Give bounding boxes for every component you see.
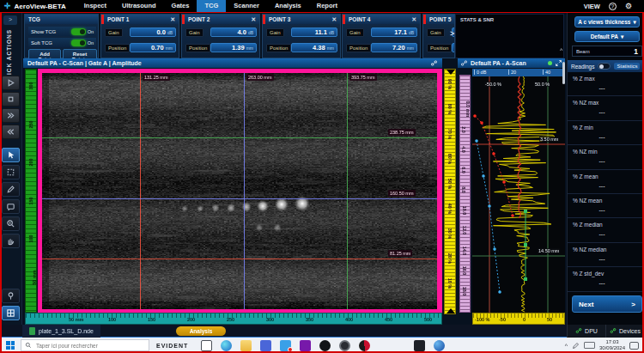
spotify-icon[interactable]: [319, 340, 331, 351]
stop-button[interactable]: [2, 92, 20, 107]
palette-bottom-marker[interactable]: [447, 308, 455, 313]
gain-label: Gain: [105, 28, 123, 37]
position-value-field[interactable]: 7.20mm: [371, 43, 417, 52]
next-button[interactable]: Next >: [572, 295, 642, 313]
taskbar-search[interactable]: [21, 339, 149, 351]
ruler-tick-label: 10 %: [447, 278, 453, 289]
show-tcg-toggle[interactable]: [71, 28, 86, 35]
gain-value-field[interactable]: 0.0dB: [130, 27, 176, 37]
zoom-tool[interactable]: [2, 216, 20, 231]
play-button[interactable]: [2, 76, 20, 90]
soft-tcg-state: On: [88, 40, 94, 46]
reading-value: ---: [568, 280, 636, 286]
windows-taskbar: EVIDENT ^ 17:03 30/09/2024: [0, 338, 644, 353]
gain-value-field[interactable]: 17.1dB: [371, 27, 417, 37]
position-value-field[interactable]: 0.70mm: [130, 43, 176, 52]
fast-forward-button[interactable]: [2, 108, 20, 123]
ruler-tick-label: 150: [148, 317, 155, 322]
link-icon[interactable]: [430, 59, 438, 68]
edge-browser-icon[interactable]: [221, 340, 232, 351]
pin-tool[interactable]: [2, 289, 20, 303]
keyboard-icon[interactable]: [584, 342, 595, 349]
clock[interactable]: 17:03 30/09/2024: [599, 339, 625, 351]
pointer-tool[interactable]: [2, 148, 20, 162]
menu-item-analysis[interactable]: Analysis: [267, 0, 309, 12]
palette-top-marker[interactable]: [447, 70, 455, 75]
help-icon[interactable]: ?: [609, 3, 617, 10]
soft-tcg-toggle[interactable]: [71, 40, 86, 46]
ruler-tick-label: 50 %: [447, 179, 453, 190]
menu-item-scanner[interactable]: Scanner: [226, 0, 267, 12]
task-view-icon[interactable]: [201, 340, 212, 351]
expand-icon[interactable]: [555, 59, 562, 68]
link-icon[interactable]: [460, 59, 468, 68]
mail-icon[interactable]: [280, 340, 291, 351]
position-unit: mm: [327, 46, 334, 51]
probe-dropdown[interactable]: Default PA ▾: [574, 31, 640, 42]
position-unit: mm: [246, 46, 253, 51]
rail-expand-button[interactable]: >: [3, 15, 17, 25]
points-scroll-right[interactable]: >: [450, 29, 454, 38]
ruler-tick-label: 14.0: [462, 246, 467, 255]
beam-value: 1: [634, 47, 638, 56]
reading-value: ---: [568, 256, 636, 262]
menu-item-gates[interactable]: Gates: [164, 0, 197, 12]
close-icon[interactable]: ✕: [331, 16, 337, 23]
ruler-tick-label: 300: [266, 317, 274, 322]
reading-label: % NZ min: [573, 149, 598, 155]
tray-chevron-up-icon[interactable]: ^: [565, 343, 568, 349]
ruler-tick-label: 20: [508, 70, 516, 75]
gain-label: Gain: [185, 28, 204, 37]
close-icon[interactable]: ✕: [170, 16, 175, 23]
aeroview-app-icon[interactable]: [434, 340, 445, 351]
camera-app-icon[interactable]: [339, 340, 350, 351]
rewind-button[interactable]: [2, 125, 20, 139]
reading-item: % NZ min---: [568, 145, 644, 169]
gain-value-field[interactable]: 11.1dB: [291, 27, 337, 37]
cscan-x-ruler: 50 mm100150200250300350400450500: [25, 313, 442, 325]
right-panel-scrollbar[interactable]: [562, 62, 565, 84]
notifications-icon[interactable]: [629, 342, 639, 350]
annotation-tool[interactable]: [2, 199, 20, 214]
chevron-down-icon: ▾: [633, 19, 635, 26]
layout-tool[interactable]: [2, 306, 20, 320]
ascan-plot[interactable]: -50.0 %50.0 %3.50 mm14.50 mm: [472, 76, 565, 313]
view-menu[interactable]: VIEW: [584, 3, 600, 10]
menu-item-tcg[interactable]: TCG: [197, 0, 226, 12]
file-tab[interactable]: plate_1_3.SL_D.nde: [22, 325, 100, 338]
ruler-tick-label: 10.0: [462, 205, 467, 215]
gain-label: Gain: [427, 28, 445, 37]
start-button[interactable]: [0, 338, 21, 353]
file-explorer-icon[interactable]: [240, 340, 252, 351]
amplitude-palette: 90 %80 %70 %60 %50 %40 %30 %20 %10 %: [444, 69, 456, 314]
beam-field[interactable]: Beam 1: [572, 46, 642, 57]
photos-app-icon[interactable]: [414, 340, 425, 351]
search-input[interactable]: [34, 342, 137, 350]
position-value-field[interactable]: 1.39mm: [210, 43, 257, 52]
pencil-tool[interactable]: [2, 182, 20, 197]
ruler-tick-label: 16.0: [462, 266, 467, 276]
opera-icon[interactable]: [359, 340, 370, 351]
teams-icon[interactable]: [260, 340, 271, 351]
devices-button[interactable]: Devices: [605, 325, 644, 338]
readings-statistics-toggle[interactable]: [598, 63, 611, 70]
tcg-panel: TCG Show TCG On Soft TCG On Add Point Re…: [24, 14, 99, 58]
collapse-chevron-up-icon[interactable]: ^: [560, 47, 562, 53]
dpu-button[interactable]: DPU: [567, 325, 605, 338]
clock-time: 17:03: [605, 339, 618, 344]
cscan-image[interactable]: [42, 73, 437, 309]
menu-item-ultrasound[interactable]: Ultrasound: [114, 0, 164, 12]
close-icon[interactable]: ✕: [411, 16, 416, 23]
office-icon[interactable]: [300, 340, 311, 351]
menu-item-report[interactable]: Report: [309, 0, 345, 12]
menu-item-inspect[interactable]: Inspect: [76, 0, 114, 12]
pan-tool[interactable]: [2, 234, 20, 248]
dpu-label: DPU: [585, 328, 598, 334]
gain-value-field[interactable]: 4.0dB: [210, 27, 257, 37]
view-mode-dropdown[interactable]: A c views thickness ▾: [574, 16, 640, 27]
selection-tool[interactable]: [2, 165, 20, 180]
pen-tray-icon[interactable]: [572, 342, 580, 350]
position-value-field[interactable]: 4.38mm: [291, 43, 337, 52]
gear-icon[interactable]: ⚙: [625, 2, 632, 10]
close-icon[interactable]: ✕: [251, 16, 256, 23]
